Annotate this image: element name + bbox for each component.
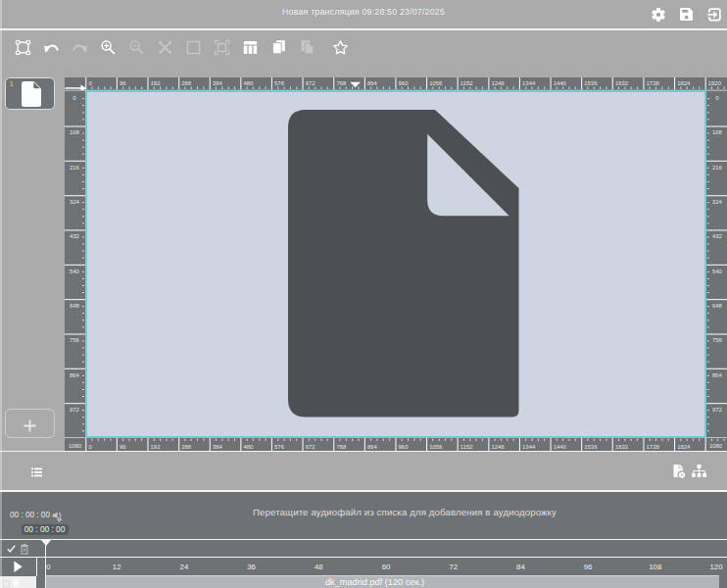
svg-text:1080: 1080 <box>709 443 723 449</box>
svg-text:576: 576 <box>274 443 285 449</box>
svg-text:480: 480 <box>244 443 255 449</box>
svg-text:768: 768 <box>336 443 347 449</box>
svg-text:1248: 1248 <box>492 80 506 86</box>
svg-text:1536: 1536 <box>584 443 598 449</box>
svg-text:864: 864 <box>367 80 378 86</box>
svg-text:972: 972 <box>70 406 79 412</box>
svg-text:1152: 1152 <box>460 443 473 449</box>
svg-text:648: 648 <box>712 302 723 308</box>
svg-text:216: 216 <box>712 164 723 170</box>
svg-text:864: 864 <box>367 443 378 449</box>
svg-text:480: 480 <box>244 80 255 86</box>
svg-text:1632: 1632 <box>615 443 628 449</box>
svg-text:108: 108 <box>712 129 723 135</box>
svg-text:324: 324 <box>70 198 80 204</box>
svg-text:768: 768 <box>336 80 347 86</box>
svg-text:1248: 1248 <box>492 443 506 449</box>
svg-text:1728: 1728 <box>647 443 660 449</box>
svg-text:288: 288 <box>181 443 192 449</box>
svg-text:1344: 1344 <box>522 443 536 449</box>
svg-text:1824: 1824 <box>677 443 691 449</box>
svg-text:1056: 1056 <box>429 443 443 449</box>
svg-text:1632: 1632 <box>615 80 628 86</box>
svg-text:1344: 1344 <box>522 80 536 86</box>
svg-text:1080: 1080 <box>69 443 82 449</box>
svg-text:288: 288 <box>181 80 192 86</box>
svg-text:540: 540 <box>712 268 723 273</box>
svg-text:432: 432 <box>712 233 722 239</box>
svg-text:96: 96 <box>120 80 126 86</box>
svg-text:672: 672 <box>306 80 315 86</box>
svg-text:324: 324 <box>712 198 723 204</box>
svg-text:384: 384 <box>213 443 223 449</box>
svg-text:960: 960 <box>399 443 410 449</box>
svg-text:384: 384 <box>213 80 223 86</box>
svg-text:576: 576 <box>274 80 285 86</box>
svg-text:1824: 1824 <box>677 80 691 86</box>
svg-text:192: 192 <box>151 443 161 449</box>
svg-text:648: 648 <box>70 302 80 308</box>
svg-text:672: 672 <box>306 443 315 449</box>
svg-text:96: 96 <box>120 443 126 449</box>
svg-text:1728: 1728 <box>647 80 660 86</box>
svg-text:756: 756 <box>712 337 723 343</box>
svg-text:192: 192 <box>151 80 161 86</box>
svg-text:1440: 1440 <box>554 80 567 86</box>
svg-text:972: 972 <box>712 406 722 412</box>
svg-text:1440: 1440 <box>554 443 567 449</box>
svg-text:216: 216 <box>70 164 80 170</box>
svg-text:1920: 1920 <box>708 80 722 86</box>
svg-text:1056: 1056 <box>429 80 443 86</box>
svg-text:960: 960 <box>399 80 410 86</box>
svg-text:1536: 1536 <box>584 80 598 86</box>
svg-text:864: 864 <box>712 371 723 377</box>
svg-text:540: 540 <box>70 268 80 273</box>
svg-text:864: 864 <box>70 371 80 377</box>
svg-text:432: 432 <box>70 233 79 239</box>
svg-text:108: 108 <box>70 129 80 135</box>
svg-text:756: 756 <box>70 337 80 343</box>
svg-text:1152: 1152 <box>460 80 473 86</box>
